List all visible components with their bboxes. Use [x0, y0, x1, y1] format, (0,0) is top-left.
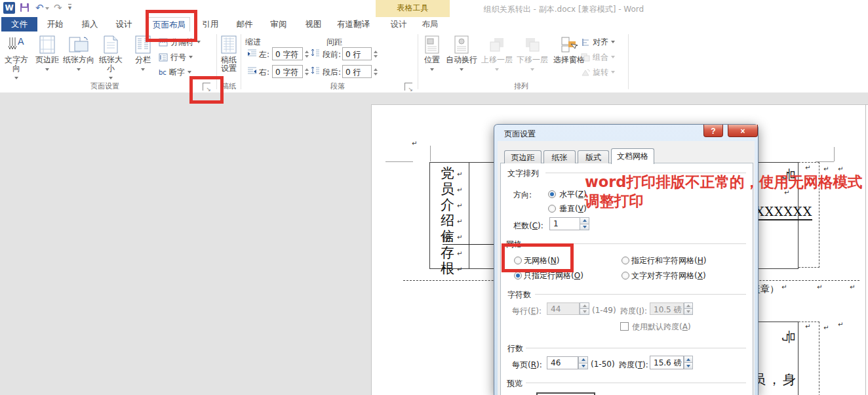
indent-left-input[interactable]: 0 字符: [272, 47, 303, 60]
group-icon: [581, 53, 590, 62]
save-button[interactable]: [20, 3, 30, 12]
line-pitch-stepper[interactable]: [684, 356, 693, 369]
section-rule: [526, 383, 746, 383]
wrap-text-button[interactable]: 自动换行: [444, 33, 479, 77]
preview-page-box: [536, 392, 595, 395]
columns-count-stepper[interactable]: [580, 217, 589, 230]
tab-design[interactable]: 设计: [109, 17, 138, 31]
send-backward-button[interactable]: 下移一层: [516, 33, 549, 77]
paragraph-mark: ↵: [823, 325, 829, 331]
indent-right-input[interactable]: 0 字符: [272, 65, 303, 78]
customize-qat-button[interactable]: ▾: [68, 4, 71, 11]
radio-vertical[interactable]: [548, 205, 556, 213]
dropdown-caret-icon: [187, 71, 191, 73]
dropdown-caret-icon: [460, 68, 464, 71]
space-after-stepper[interactable]: [372, 65, 379, 78]
radio-lines-chars-grid[interactable]: [621, 257, 629, 264]
radio-vertical-label[interactable]: 垂直(V): [559, 203, 587, 215]
dialog-tab-margins[interactable]: 页边距: [504, 150, 542, 163]
arrange-group-label: 排列: [433, 81, 610, 91]
hyphenation-button[interactable]: bc 断字: [159, 67, 191, 77]
paragraph-mark: ↵: [412, 140, 417, 147]
orientation-button[interactable]: 纸张方向: [63, 33, 94, 77]
paragraph-mark: ↵: [457, 171, 462, 178]
indent-left-label: 左:: [259, 49, 269, 60]
group-button[interactable]: 组合: [581, 52, 615, 62]
lines-per-page-input[interactable]: 46: [547, 356, 578, 369]
tab-youdao-translate[interactable]: 有道翻译: [333, 17, 374, 31]
dialog-tab-document-grid[interactable]: 文档网格: [611, 148, 654, 164]
space-before-label: 段前:: [323, 49, 341, 60]
crop-mark: [834, 147, 835, 161]
space-before-stepper[interactable]: [372, 47, 379, 60]
indent-header: 缩进: [245, 37, 261, 48]
rotate-button[interactable]: 旋转: [581, 67, 615, 77]
tab-view[interactable]: 视图: [299, 17, 328, 31]
dropdown-caret-icon: [611, 71, 615, 73]
page-right-boundary: [865, 104, 866, 395]
section-rule: [526, 348, 746, 348]
lines-per-page-stepper[interactable]: [578, 356, 588, 369]
paragraph-dialog-launcher[interactable]: ↘: [404, 83, 412, 91]
tab-table-layout[interactable]: 布局: [416, 17, 444, 31]
bring-forward-button[interactable]: 上移一层: [481, 33, 513, 77]
radio-lines-chars-grid-label[interactable]: 指定行和字符网格(H): [631, 255, 706, 266]
paper-size-button[interactable]: 纸张大小: [96, 33, 126, 77]
use-default-pitch-label[interactable]: 使用默认跨度(A): [632, 322, 691, 333]
align-button[interactable]: 对齐: [581, 37, 615, 47]
highlight-box-dialog-launcher: [189, 76, 224, 104]
tab-home[interactable]: 开始: [41, 17, 69, 31]
word-logo-icon: W: [3, 2, 15, 14]
columns-count-input[interactable]: 1: [549, 217, 580, 230]
tab-file[interactable]: 文件: [1, 17, 37, 31]
doc-text-fragment: 员，身: [753, 371, 798, 388]
paragraph-group-label: 段落: [256, 81, 420, 91]
tab-table-design[interactable]: 设计: [384, 17, 413, 31]
dialog-help-button[interactable]: ?: [703, 125, 723, 137]
text-direction-button[interactable]: A 文字方向: [1, 33, 31, 77]
radio-lines-only-grid[interactable]: [514, 272, 522, 280]
paragraph-mark: ↵: [838, 322, 843, 328]
undo-button[interactable]: ↶: [35, 2, 49, 14]
line-numbers-button[interactable]: 行号: [159, 52, 193, 62]
paragraph-mark: ↵: [457, 266, 462, 273]
manuscript-setup-button[interactable]: 稿纸 设置: [218, 33, 239, 77]
dialog-close-button[interactable]: ×: [728, 125, 758, 137]
indent-left-stepper[interactable]: [304, 47, 310, 60]
position-icon: [422, 33, 442, 56]
crop-mark: [385, 161, 413, 162]
space-after-input[interactable]: 0 行: [342, 65, 372, 78]
dialog-tab-layout[interactable]: 版式: [578, 150, 609, 163]
margins-button[interactable]: 页边距: [33, 33, 62, 77]
ribbon-tab-row: 文件 开始 插入 设计 页面布局 引用 邮件 审阅 视图 有道翻译 设计 布局: [0, 17, 868, 31]
line-numbers-label: 行号: [170, 52, 186, 63]
space-before-input[interactable]: 0 行: [342, 47, 372, 60]
indent-right-stepper[interactable]: [304, 65, 310, 78]
radio-horizontal[interactable]: [548, 190, 556, 198]
tab-insert[interactable]: 插入: [75, 17, 104, 31]
tab-mailings[interactable]: 邮件: [230, 17, 259, 31]
use-default-pitch-checkbox[interactable]: [620, 322, 629, 331]
radio-horizontal-label[interactable]: 水平(Z): [559, 189, 587, 200]
radio-char-align-grid-label[interactable]: 文字对齐字符网格(X): [631, 270, 706, 281]
columns-count-label: 栏数(C):: [513, 220, 543, 232]
tab-review[interactable]: 审阅: [264, 17, 293, 31]
customize-qat-icon: ▾: [68, 4, 71, 11]
redo-button[interactable]: ↷: [54, 2, 62, 14]
radio-char-align-grid[interactable]: [621, 272, 629, 280]
direction-label: 方向:: [513, 190, 532, 201]
wrap-text-label: 自动换行: [444, 56, 479, 64]
document-canvas: ↵ 党 员 介 绍 信 存 根 ↵ ↵ ↵ ↵ ↵ ↵ ↵ 份 号 XXXXXX…: [0, 93, 868, 395]
indent-right-label: 右:: [259, 67, 269, 78]
line-pitch-input[interactable]: 15.6 磅: [650, 356, 684, 369]
position-label: 位置: [422, 56, 442, 64]
indent-right-icon: [247, 66, 257, 74]
dialog-tab-paper[interactable]: 纸张: [543, 150, 576, 163]
position-button[interactable]: 位置: [422, 33, 442, 77]
bring-forward-icon: [481, 33, 513, 56]
paragraph-mark: ↵: [457, 251, 462, 257]
orientation-icon: [63, 33, 94, 56]
tab-references[interactable]: 引用: [196, 17, 225, 31]
dialog-title: 页面设置: [504, 129, 536, 140]
paragraph-mark: ↵: [823, 166, 829, 173]
